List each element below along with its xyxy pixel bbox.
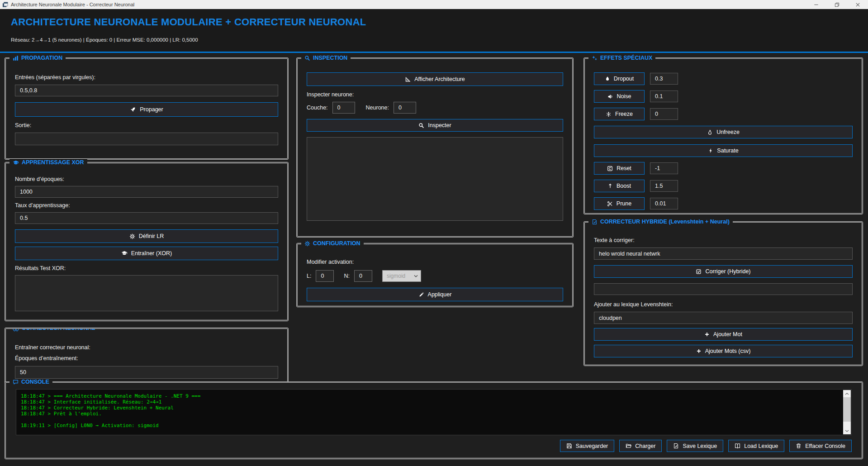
floppy-icon	[566, 443, 572, 449]
neuron-field[interactable]	[394, 102, 416, 114]
boost-value-field[interactable]	[650, 180, 678, 192]
close-icon[interactable]	[847, 0, 868, 9]
inspect-neuron-label: Inspecter neurone:	[307, 91, 563, 98]
add-word-button[interactable]: Ajouter Mot	[594, 328, 853, 341]
correct-hybrid-button[interactable]: Corriger (Hybride)	[594, 265, 853, 278]
n-field[interactable]	[354, 270, 372, 282]
graduation-cap-icon	[13, 160, 19, 166]
folder-open-icon	[626, 443, 631, 449]
group-propagation-title: PROPAGATION	[9, 55, 66, 62]
group-hybrid-corrector: CORRECTEUR HYBRIDE (Levenshtein + Neural…	[583, 221, 863, 366]
rocket-icon	[130, 106, 136, 113]
l-label: L:	[307, 273, 311, 280]
saturate-button[interactable]: Saturate	[594, 144, 853, 157]
dropout-button[interactable]: Dropout	[594, 72, 645, 85]
plus-icon	[704, 332, 710, 337]
restore-icon[interactable]	[826, 0, 847, 9]
prune-value-field[interactable]	[650, 198, 678, 209]
triangle-ruler-icon	[405, 76, 411, 82]
reset-value-field[interactable]	[650, 162, 678, 174]
learning-rate-label: Taux d’apprentissage:	[15, 202, 278, 209]
snowflake-icon	[606, 111, 612, 117]
window-title: Architecture Neuronale Modulaire - Corre…	[11, 2, 134, 7]
set-lr-button[interactable]: Définir LR	[15, 229, 278, 243]
save-button[interactable]: Sauvegarder	[560, 440, 615, 452]
propagate-button[interactable]: Propager	[15, 102, 278, 117]
xor-results-area[interactable]	[15, 275, 278, 311]
trash-icon	[796, 443, 802, 449]
load-button[interactable]: Charger	[619, 440, 662, 452]
group-console-title: CONSOLE	[9, 379, 52, 385]
inspection-output-area[interactable]	[307, 137, 563, 221]
magnifier-icon	[418, 123, 424, 128]
activation-select[interactable]: sigmoid	[382, 270, 421, 282]
group-inspection: INSPECTION Afficher Architecture Inspect…	[296, 57, 574, 238]
xor-results-label: Résultats Test XOR:	[15, 265, 278, 272]
document-pencil-icon	[592, 219, 598, 225]
plus-icon	[696, 348, 702, 354]
reset-box-icon	[607, 166, 613, 171]
l-field[interactable]	[316, 270, 334, 282]
page-title: ARCHITECTURE NEURONALE MODULAIRE + CORRE…	[11, 16, 366, 28]
correction-result-field[interactable]	[594, 283, 853, 295]
scissors-icon	[607, 201, 613, 207]
group-hybrid-title: CORRECTEUR HYBRIDE (Levenshtein + Neural…	[588, 219, 733, 225]
brain-icon	[13, 328, 19, 332]
minimize-icon[interactable]	[806, 0, 826, 9]
arrow-up-icon	[607, 183, 613, 189]
noise-value-field[interactable]	[650, 90, 678, 102]
corrector-epochs-field[interactable]	[15, 366, 278, 379]
dropout-value-field[interactable]	[650, 73, 678, 85]
lexicon-label: Ajouter au lexique Levenshtein:	[594, 301, 853, 308]
flame-icon	[707, 129, 713, 135]
graduation-cap-icon	[121, 250, 128, 257]
show-architecture-button[interactable]: Afficher Architecture	[307, 72, 563, 86]
load-lexicon-button[interactable]: Load Lexique	[728, 440, 784, 452]
scroll-up-icon[interactable]	[843, 390, 851, 397]
gear-icon	[129, 233, 135, 239]
inputs-label: Entrées (séparées par virgules):	[15, 74, 278, 81]
gear-icon	[304, 241, 310, 247]
add-words-csv-button[interactable]: Ajouter Mots (csv)	[594, 345, 853, 357]
freeze-value-field[interactable]	[650, 108, 678, 120]
console-line: 18:18:47 > Prêt à l'emploi.	[21, 411, 840, 417]
droplet-icon	[605, 76, 610, 81]
book-icon	[735, 443, 740, 449]
lightning-icon	[708, 148, 713, 153]
epochs-label: Nombre d’époques:	[15, 176, 278, 183]
clear-console-button[interactable]: Effacer Console	[789, 440, 852, 452]
noise-button[interactable]: Noise	[594, 90, 645, 103]
app-icon	[2, 2, 8, 8]
reset-button[interactable]: Reset	[594, 162, 645, 175]
inputs-field[interactable]	[15, 85, 278, 96]
console-output[interactable]: 18:18:47 > === Architecture Neuronale Mo…	[16, 389, 852, 435]
prune-button[interactable]: Prune	[594, 197, 645, 210]
apply-button[interactable]: Appliquer	[307, 288, 563, 301]
group-inspection-title: INSPECTION	[301, 55, 351, 62]
group-configuration-title: CONFIGURATION	[301, 240, 364, 247]
scroll-down-icon[interactable]	[843, 427, 851, 434]
freeze-button[interactable]: Freeze	[594, 108, 645, 120]
text-to-correct-field[interactable]	[594, 247, 853, 260]
console-line: 18:18:47 > === Architecture Neuronale Mo…	[21, 393, 840, 399]
boost-button[interactable]: Boost	[594, 180, 645, 192]
save-lexicon-button[interactable]: Save Lexique	[667, 440, 723, 452]
sparkles-icon	[592, 55, 598, 61]
scroll-thumb[interactable]	[843, 397, 851, 422]
modify-activation-label: Modifier activation:	[307, 259, 563, 266]
train-corrector-label: Entraîner correcteur neuronal:	[15, 344, 278, 351]
group-corrector-neural: CORRECTEUR NEURONAL Entraîner correcteur…	[5, 328, 289, 385]
console-scrollbar[interactable]	[843, 390, 851, 434]
n-label: N:	[344, 273, 350, 280]
epochs-field[interactable]	[15, 186, 278, 198]
lexicon-word-field[interactable]	[594, 312, 853, 324]
output-label: Sortie:	[15, 122, 278, 129]
unfreeze-button[interactable]: Unfreeze	[594, 126, 853, 138]
train-xor-button[interactable]: Entraîner (XOR)	[15, 247, 278, 260]
learning-rate-field[interactable]	[15, 212, 278, 224]
document-pencil-icon	[673, 443, 679, 449]
header: ARCHITECTURE NEURONALE MODULAIRE + CORRE…	[0, 9, 868, 53]
layer-field[interactable]	[332, 102, 355, 114]
inspect-button[interactable]: Inspecter	[307, 119, 563, 132]
output-field[interactable]	[15, 133, 278, 145]
